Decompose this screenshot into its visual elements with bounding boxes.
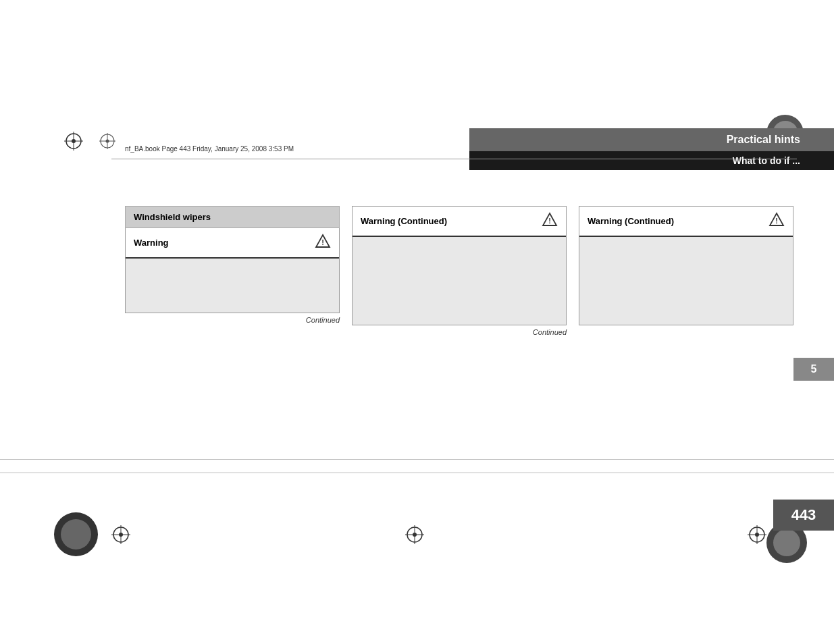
bottom-divider-1 xyxy=(0,459,834,460)
continued-col1: Continued xyxy=(125,313,340,327)
col-3: Warning (Continued) ! xyxy=(579,206,793,339)
warning-continued-header-col3: Warning (Continued) ! xyxy=(579,207,793,237)
warning-continued-label-col3: Warning (Continued) xyxy=(588,216,674,226)
reg-mark-top-left-2 xyxy=(98,132,117,151)
svg-point-29 xyxy=(755,533,759,537)
warning-continued-header-col2: Warning (Continued) ! xyxy=(353,207,566,237)
content-area: Windshield wipers Warning ! Continued xyxy=(125,206,793,339)
warning-content-col1 xyxy=(126,259,339,313)
chapter-number: 5 xyxy=(811,363,817,375)
warning-continued-content-col2 xyxy=(353,237,566,325)
reg-mark-bottom-left xyxy=(111,525,130,544)
page-number-box: 443 xyxy=(773,500,834,531)
svg-text:!: ! xyxy=(321,238,324,246)
col-2: Warning (Continued) ! Continued xyxy=(352,206,567,339)
page-number: 443 xyxy=(791,506,816,523)
section-title: Windshield wipers xyxy=(134,212,211,222)
warning-continued-content-col3 xyxy=(579,237,793,325)
reg-mark-top-left xyxy=(64,132,83,151)
practical-hints-bar: Practical hints xyxy=(469,128,834,151)
reg-mark-bottom-center xyxy=(405,525,424,544)
section-header: Windshield wipers xyxy=(125,206,340,228)
warning-icon-col3: ! xyxy=(768,212,785,230)
top-divider xyxy=(111,159,797,159)
reg-mark-bottom-right xyxy=(748,525,766,544)
warning-header-col1: Warning ! xyxy=(126,228,339,259)
continued-label-col2: Continued xyxy=(533,328,567,336)
practical-hints-label: Practical hints xyxy=(727,134,800,145)
warning-continued-box-col3: Warning (Continued) ! xyxy=(579,206,793,325)
chapter-tab: 5 xyxy=(793,358,834,381)
bottom-divider-2 xyxy=(0,473,834,473)
svg-point-3 xyxy=(72,139,76,143)
svg-point-21 xyxy=(119,533,123,537)
col-1: Windshield wipers Warning ! Continued xyxy=(125,206,340,339)
svg-text:!: ! xyxy=(775,217,778,225)
what-to-do-label: What to do if ... xyxy=(733,155,800,166)
svg-text:!: ! xyxy=(548,217,551,225)
svg-point-7 xyxy=(106,140,109,143)
warning-icon-col1: ! xyxy=(315,234,331,252)
continued-col2: Continued xyxy=(352,325,567,339)
warning-continued-box-col2: Warning (Continued) ! xyxy=(352,206,567,325)
continued-label-col1: Continued xyxy=(306,316,340,324)
deco-circle-bottom-left xyxy=(54,512,98,556)
warning-icon-col2: ! xyxy=(542,212,558,230)
what-to-do-bar: What to do if ... xyxy=(469,151,834,170)
warning-label-col1: Warning xyxy=(134,238,169,248)
warning-box-col1: Warning ! xyxy=(125,228,340,313)
warning-continued-label-col2: Warning (Continued) xyxy=(361,216,447,226)
svg-point-25 xyxy=(413,533,417,537)
page-meta: nf_BA.book Page 443 Friday, January 25, … xyxy=(125,145,294,153)
meta-text: nf_BA.book Page 443 Friday, January 25, … xyxy=(125,145,294,153)
header-bar: Practical hints What to do if ... xyxy=(469,128,834,170)
